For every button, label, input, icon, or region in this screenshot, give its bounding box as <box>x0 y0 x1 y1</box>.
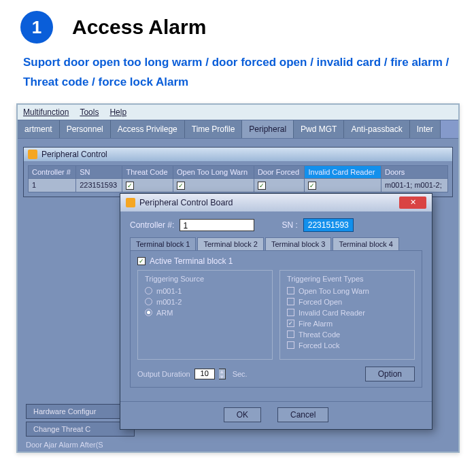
bottom-buttons: Hardware Configur Change Threat C Door A… <box>26 404 135 449</box>
active-block-checkbox[interactable]: ✓ <box>137 257 146 265</box>
page-subtitle: Suport door open too long warm / door fo… <box>0 49 476 103</box>
controller-field[interactable]: 1 <box>180 219 254 231</box>
child-window-peripheral: Peripheral Control Controller # SN Threa… <box>23 147 453 197</box>
workspace: Peripheral Control Controller # SN Threa… <box>18 139 458 452</box>
ck-open-too-long[interactable] <box>287 287 294 294</box>
cell-sn: 223151593 <box>76 178 122 192</box>
step-badge: 1 <box>20 11 53 44</box>
menu-multifunction[interactable]: Multifunction <box>23 107 69 117</box>
ck-label: Threat Code <box>299 330 340 339</box>
peripheral-table: Controller # SN Threat Code Open Too Lon… <box>28 165 448 192</box>
main-tabbar: artment Personnel Access Privilege Time … <box>18 120 458 139</box>
cell-doors: m001-1; m001-2; <box>381 178 448 192</box>
tab-terminal-1[interactable]: Terminal block 1 <box>130 237 196 250</box>
menubar: Multifunction Tools Help <box>18 105 458 120</box>
tab-time-profile[interactable]: Time Profile <box>185 120 243 138</box>
ck-forced-lock[interactable] <box>287 341 294 349</box>
ck-label: Fire Alarm <box>299 320 333 328</box>
cell-door-forced: ✓ <box>254 178 305 192</box>
child-window-title: Peripheral Control <box>24 148 452 161</box>
cell-threat: ✓ <box>122 178 173 192</box>
tab-inter[interactable]: Inter <box>410 120 441 138</box>
duration-label: Output Duration <box>137 370 190 378</box>
tab-anti-passback[interactable]: Anti-passback <box>344 120 409 138</box>
cell-controller: 1 <box>29 178 76 192</box>
page-title: Access Alarm <box>72 16 206 39</box>
sn-field[interactable]: 223151593 <box>303 218 354 232</box>
tab-terminal-4[interactable]: Terminal block 4 <box>333 237 398 250</box>
th-sn[interactable]: SN <box>76 165 122 178</box>
cell-open-too-long: ✓ <box>173 178 254 192</box>
tab-terminal-3[interactable]: Terminal block 3 <box>265 237 331 250</box>
duration-unit: Sec. <box>233 370 248 378</box>
dialog-peripheral-control-board: Peripheral Control Board ✕ Controller #:… <box>120 193 432 430</box>
check-icon: ✓ <box>126 182 134 190</box>
radio-m001-1[interactable] <box>145 287 152 294</box>
radio-label: m001-1 <box>156 287 182 295</box>
close-button[interactable]: ✕ <box>399 197 426 209</box>
check-icon: ✓ <box>308 182 316 190</box>
ck-label: Invalid Card Reader <box>299 309 365 317</box>
check-icon: ✓ <box>177 182 185 190</box>
option-button[interactable]: Option <box>365 367 415 381</box>
cell-invalid-card: ✓ <box>305 178 381 192</box>
hardware-configure-button[interactable]: Hardware Configur <box>26 404 135 419</box>
duration-field[interactable]: 10 <box>194 369 215 379</box>
child-window-title-text: Peripheral Control <box>41 150 107 159</box>
dialog-titlebar[interactable]: Peripheral Control Board ✕ <box>120 194 432 211</box>
ck-label: Open Too Long Warn <box>299 287 369 295</box>
menu-tools[interactable]: Tools <box>80 107 99 117</box>
th-controller[interactable]: Controller # <box>29 165 76 178</box>
terminal-panel: ✓ Active Terminal block 1 Triggering Sou… <box>130 250 422 388</box>
ck-label: Forced Lock <box>299 341 340 350</box>
cancel-button[interactable]: Cancel <box>277 407 328 422</box>
spinner-buttons[interactable]: ▲▼ <box>219 369 226 379</box>
group-title-source: Triggering Source <box>145 275 265 283</box>
th-doors[interactable]: Doors <box>381 165 448 178</box>
tab-peripheral[interactable]: Peripheral <box>242 120 294 138</box>
group-triggering-source: Triggering Source m001-1 m001-2 ARM <box>137 270 273 360</box>
ck-forced-open[interactable] <box>287 298 294 305</box>
tab-access-privilege[interactable]: Access Privilege <box>111 120 185 138</box>
table-row[interactable]: 1 223151593 ✓ ✓ ✓ ✓ m001-1; m001-2; <box>29 178 448 192</box>
ck-threat-code[interactable] <box>287 330 294 338</box>
radio-label: m001-2 <box>156 298 182 306</box>
tab-personnel[interactable]: Personnel <box>60 120 111 138</box>
th-open-too-long[interactable]: Open Too Long Warn <box>173 165 254 178</box>
radio-label: ARM <box>156 309 173 317</box>
dialog-title-text: Peripheral Control Board <box>139 198 233 207</box>
terminal-tabs: Terminal block 1 Terminal block 2 Termin… <box>130 237 422 250</box>
change-threat-button[interactable]: Change Threat C <box>26 422 135 437</box>
controller-label: Controller #: <box>130 220 174 230</box>
tab-terminal-2[interactable]: Terminal block 2 <box>197 237 263 250</box>
group-event-types: Triggering Event Types Open Too Long War… <box>279 270 415 360</box>
window-icon <box>28 150 37 159</box>
ck-label: Forced Open <box>299 298 342 306</box>
radio-arm[interactable] <box>145 309 152 316</box>
tab-department[interactable]: artment <box>18 120 60 138</box>
ck-fire-alarm[interactable]: ✓ <box>287 320 294 327</box>
door-ajar-label: Door Ajar Alarm After(S <box>26 439 135 449</box>
menu-help[interactable]: Help <box>109 107 126 117</box>
check-icon: ✓ <box>258 182 266 190</box>
dialog-icon <box>126 198 135 207</box>
sn-label: SN : <box>282 220 297 230</box>
th-door-forced[interactable]: Door Forced <box>254 165 305 178</box>
th-threat-code[interactable]: Threat Code <box>122 165 173 178</box>
th-invalid-card[interactable]: Invalid Card Reader <box>305 165 381 178</box>
group-title-events: Triggering Event Types <box>287 275 407 283</box>
app-window: Multifunction Tools Help artment Personn… <box>16 103 460 453</box>
active-block-label: Active Terminal block 1 <box>150 256 233 266</box>
ck-invalid-card[interactable] <box>287 309 294 316</box>
radio-m001-2[interactable] <box>145 298 152 305</box>
ok-button[interactable]: OK <box>224 407 261 422</box>
tab-pwd-mgt[interactable]: Pwd MGT <box>294 120 344 138</box>
